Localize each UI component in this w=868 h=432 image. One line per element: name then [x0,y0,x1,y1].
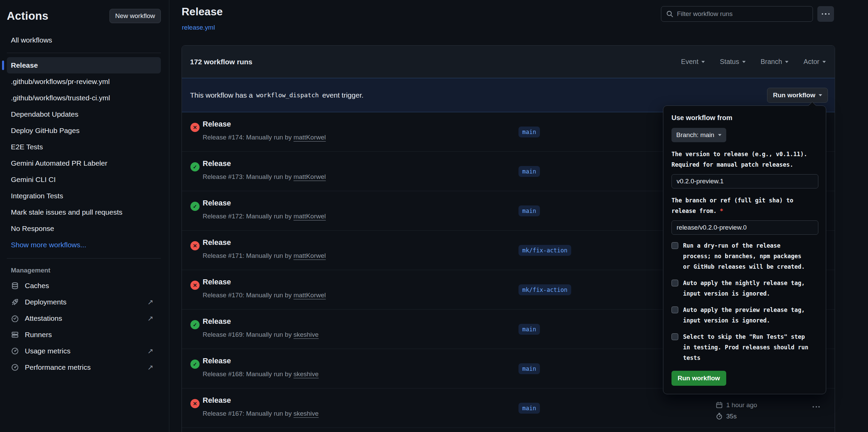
run-actor-link[interactable]: mattKorwel [293,134,326,141]
sidebar-item-workflow[interactable]: Deploy GitHub Pages [7,122,161,139]
status-icon [190,360,200,369]
branch-badge[interactable]: main [518,205,540,216]
sidebar-item-workflow[interactable]: No Response [7,220,161,237]
show-more-workflows-link[interactable]: Show more workflows... [7,237,161,253]
sidebar-item-workflow[interactable]: Gemini Automated PR Labeler [7,155,161,171]
nightly-tag-checkbox[interactable] [671,280,678,286]
sidebar-item-release[interactable]: Release [7,57,161,73]
preview-tag-checkbox[interactable] [671,306,678,313]
run-description: Release #172: Manually run by mattKorwel [203,213,326,220]
sidebar-item-workflow[interactable]: Mark stale issues and pull requests [7,204,161,220]
status-icon [190,399,200,408]
sidebar-item-caches[interactable]: Caches [7,278,161,294]
checkbox-row: Run a dry-run of the release process; no… [671,240,818,272]
run-actor-link[interactable]: mattKorwel [293,173,326,180]
new-workflow-button[interactable]: New workflow [109,9,161,23]
branch-selector-label: Branch: main [676,131,714,139]
event-code: workflow_dispatch [256,92,319,99]
runs-list-header: 172 workflow runs Event Status Branch Ac… [182,46,835,78]
run-title-link[interactable]: Release [203,317,231,326]
branch-badge[interactable]: main [518,363,540,374]
filter-status[interactable]: Status [720,58,746,66]
branch-badge[interactable]: main [518,166,540,177]
divider [7,53,161,53]
filter-workflow-runs-input[interactable] [661,6,813,22]
run-description: Release #167: Manually run by skeshive [203,410,319,417]
run-actor-link[interactable]: skeshive [293,331,319,338]
sidebar-item-performance-metrics[interactable]: Performance metrics ↗ [7,359,161,376]
database-icon [11,282,19,290]
version-input[interactable] [671,174,818,188]
chevron-down-icon [718,134,721,136]
filter-actor[interactable]: Actor [803,58,826,66]
run-title-link[interactable]: Release [203,159,231,168]
workflow-run-row: Release Release #167: Manually run by sk… [182,388,835,428]
run-description: Release #171: Manually run by mattKorwel [203,252,326,260]
sidebar-item-workflow[interactable]: Gemini CLI CI [7,171,161,188]
run-description-text: Release #172: Manually run by [203,213,293,220]
branch-badge[interactable]: mk/fix-action [518,284,571,295]
sidebar-item-workflow[interactable]: E2E Tests [7,139,161,155]
run-workflow-dropdown-button[interactable]: Run workflow [767,88,828,103]
branch-badge[interactable]: main [518,403,540,414]
management-nav: Caches Deployments ↗ Attestations ↗ [7,278,161,376]
external-link-icon: ↗ [147,363,153,371]
workflow-options-kebab-button[interactable] [817,6,834,22]
branch-badge[interactable]: main [518,127,540,137]
actions-sidebar: Actions New workflow All workflows Relea… [0,0,169,432]
sidebar-item-workflow[interactable]: Dependabot Updates [7,106,161,122]
workflow-file-link[interactable]: release.yml [182,24,215,31]
run-actor-link[interactable]: mattKorwel [293,292,326,299]
run-title-link[interactable]: Release [203,396,231,405]
chevron-down-icon [742,61,746,63]
run-title-link[interactable]: Release [203,199,231,207]
checkbox-label: Auto apply the preview release tag, inpu… [683,305,810,326]
status-icon [190,320,200,329]
popover-heading: Use workflow from [671,114,818,122]
run-title-link[interactable]: Release [203,238,231,247]
branch-badge[interactable]: mk/fix-action [518,245,571,256]
branch-badge[interactable]: main [518,324,540,335]
filter-label: Status [720,58,739,66]
sidebar-item-deployments[interactable]: Deployments ↗ [7,294,161,310]
run-title-link[interactable]: Release [203,120,231,129]
run-title-link[interactable]: Release [203,356,231,365]
run-options-kebab-button[interactable] [813,406,820,408]
filter-label: Actor [803,58,819,66]
run-description: Release #168: Manually run by skeshive [203,370,319,378]
status-icon [190,241,200,250]
run-actor-link[interactable]: mattKorwel [293,252,326,259]
run-meta: 1 hour ago 35s [716,399,757,422]
filter-branch[interactable]: Branch [761,58,788,66]
filter-label: Branch [761,58,782,66]
meter-icon [11,347,19,355]
sidebar-item-all-workflows[interactable]: All workflows [7,33,161,48]
run-description-text: Release #170: Manually run by [203,292,293,299]
run-description-text: Release #173: Manually run by [203,173,293,180]
sidebar-item-usage-metrics[interactable]: Usage metrics ↗ [7,343,161,359]
run-description: Release #170: Manually run by mattKorwel [203,292,326,299]
required-asterisk: * [720,207,723,214]
next-row-partial [182,428,835,432]
run-actor-link[interactable]: skeshive [293,410,319,417]
run-description: Release #174: Manually run by mattKorwel [203,134,326,141]
run-title-link[interactable]: Release [203,278,231,286]
banner-text: event trigger. [322,91,363,99]
run-actor-link[interactable]: skeshive [293,370,319,378]
sidebar-item-label: Deployments [25,298,67,306]
run-workflow-submit-button[interactable]: Run workflow [671,371,726,386]
skip-tests-checkbox[interactable] [671,333,678,340]
sidebar-item-runners[interactable]: Runners [7,327,161,343]
status-icon [190,162,200,171]
sidebar-item-workflow[interactable]: .github/workflows/pr-review.yml [7,73,161,90]
dry-run-checkbox[interactable] [671,242,678,249]
branch-selector-button[interactable]: Branch: main [671,128,726,142]
ref-description-text: The branch or ref (full git sha) to rele… [671,197,793,214]
sidebar-item-workflow[interactable]: .github/workflows/trusted-ci.yml [7,90,161,106]
sidebar-item-workflow[interactable]: Integration Tests [7,188,161,204]
sidebar-item-attestations[interactable]: Attestations ↗ [7,310,161,327]
filter-event[interactable]: Event [681,58,705,66]
ref-input[interactable] [671,220,818,235]
chevron-down-icon [785,61,788,63]
run-actor-link[interactable]: mattKorwel [293,213,326,220]
